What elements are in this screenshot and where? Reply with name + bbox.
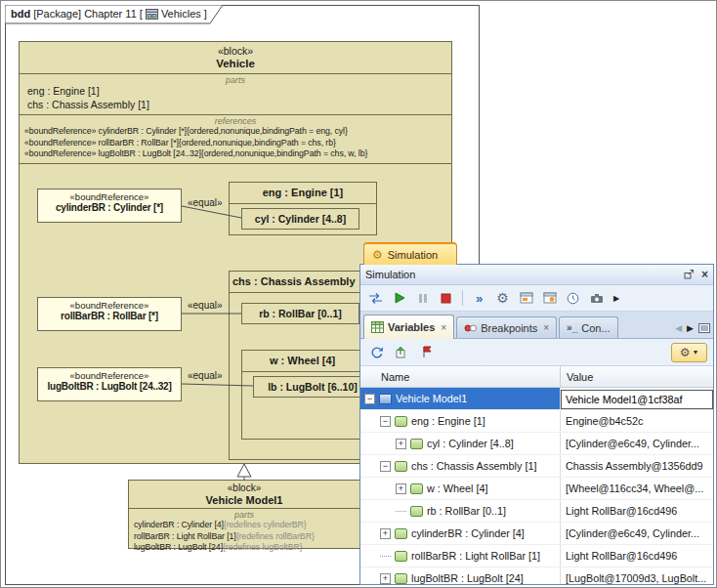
clock-icon[interactable]	[563, 288, 583, 308]
row-name: eng : Engine [1]	[411, 415, 485, 427]
collapse-icon[interactable]	[380, 416, 391, 427]
part-property-icon	[395, 551, 407, 562]
simulation-titlebar[interactable]: Simulation ×	[360, 265, 713, 285]
row-name: chs : Chassis Assembly [1]	[411, 460, 536, 472]
cyl-part-shape[interactable]: cyl : Cylinder [4..8]	[241, 208, 359, 230]
simulation-window-title: Simulation	[365, 269, 415, 280]
cylinderBR-bound-reference-shape[interactable]: «boundReference» cylinderBR : Cylinder […	[37, 189, 182, 223]
row-name: Vehicle Model1	[396, 393, 467, 404]
part-property-icon	[395, 528, 407, 539]
row-name-cell[interactable]: eng : Engine [1]	[360, 410, 561, 432]
row-value-cell[interactable]: Light RollBar@16cd496	[561, 545, 713, 567]
tab-breakpoints[interactable]: Breakpoints ×	[456, 316, 557, 338]
row-value-cell[interactable]: [Cylinder@e6c49, Cylinder...	[561, 523, 713, 544]
column-header-name[interactable]: Name	[360, 366, 561, 387]
row-name: lugBoltBR : LugBolt [24]	[411, 572, 524, 584]
row-value-cell[interactable]: Chassis Assembly@1356dd9	[561, 455, 713, 477]
row-name-cell[interactable]: cylinderBR : Cylinder [4]	[360, 523, 561, 544]
table-row-cylinderBR[interactable]: cylinderBR : Cylinder [4] [Cylinder@e6c4…	[360, 523, 713, 545]
stop-icon[interactable]	[436, 288, 456, 308]
table-row-w[interactable]: w : Wheel [4] [Wheel@116cc34, Wheel@...	[360, 478, 713, 500]
charts-panel-icon[interactable]	[539, 288, 560, 308]
lb-part-shape[interactable]: lb : LugBolt [6..10]	[253, 376, 372, 398]
row-value-cell[interactable]: Engine@b4c52c	[561, 410, 713, 432]
close-tab-icon[interactable]: ×	[543, 322, 549, 333]
references-compartment-label: references	[20, 115, 451, 126]
ui-panels-icon[interactable]	[516, 288, 536, 308]
vehicle-part-chs: chs : Chassis Assembly [1]	[20, 99, 451, 112]
row-value-cell[interactable]: Light RollBar@16cd496	[561, 500, 713, 522]
table-row-cyl[interactable]: cyl : Cylinder [4..8] [Cylinder@e6c49, C…	[360, 433, 713, 455]
collapse-icon[interactable]	[380, 461, 391, 472]
row-value-cell[interactable]: [Cylinder@e6c49, Cylinder...	[561, 433, 713, 454]
table-settings-button[interactable]: ⚙ ▼	[671, 343, 707, 362]
variables-toolbar: ⚙ ▼	[360, 339, 713, 366]
row-name: w : Wheel [4]	[427, 483, 487, 494]
table-row-rollBarBR[interactable]: rollBarBR : Light RollBar [1] Light Roll…	[360, 545, 713, 567]
equal-connector-label: «equal»	[188, 300, 223, 311]
tab-list-icon[interactable]	[698, 323, 710, 333]
vehicle-model1-block[interactable]: «block» Vehicle Model1 parts cylinderBR …	[128, 480, 360, 549]
expand-icon[interactable]	[380, 573, 391, 584]
table-row-chs[interactable]: chs : Chassis Assembly [1] Chassis Assem…	[360, 455, 713, 478]
table-row-vehicle-model1[interactable]: Vehicle Model1 Vehicle Model1@1cf38af	[360, 388, 713, 410]
run-icon[interactable]	[389, 288, 409, 308]
expand-icon[interactable]	[396, 483, 406, 494]
vehicle-stereotype: «block»	[20, 42, 451, 57]
row-value-cell[interactable]: Vehicle Model1@1cf38af	[561, 388, 713, 409]
bound-reference-stereotype: «boundReference»	[38, 298, 181, 311]
scroll-tabs-right-icon[interactable]: ▶	[687, 323, 694, 333]
row-value-cell[interactable]: [Wheel@116cc34, Wheel@...	[561, 478, 713, 499]
row-name-cell[interactable]: rollBarBR : Light RollBar [1]	[360, 545, 561, 567]
row-name: rb : RollBar [0..1]	[427, 505, 506, 517]
table-row-lugBoltBR[interactable]: lugBoltBR : LugBolt [24] [LugBolt@17009d…	[360, 567, 713, 584]
scroll-tabs-left-icon[interactable]: ◀	[675, 323, 682, 333]
value-editor[interactable]: Vehicle Model1@1cf38af	[561, 390, 713, 409]
bound-reference-stereotype: «boundReference»	[38, 189, 181, 202]
row-name-cell[interactable]: Vehicle Model1	[360, 388, 561, 409]
diagram-context-label: [Package] Chapter 11 [	[33, 8, 143, 20]
tab-console[interactable]: »_ Con...	[559, 316, 617, 338]
expand-icon[interactable]	[396, 439, 406, 449]
application-canvas: bdd [Package] Chapter 11 [ Vehicles ] «b…	[0, 0, 717, 588]
simulation-dock-tab[interactable]: ⚙ Simulation	[363, 242, 457, 265]
row-name-cell[interactable]: chs : Chassis Assembly [1]	[360, 455, 561, 477]
column-header-value[interactable]: Value	[561, 366, 713, 387]
pause-icon[interactable]	[412, 288, 433, 308]
vehicle-references-compartment: references «boundReference» cylinderBR :…	[20, 114, 451, 163]
table-row-eng[interactable]: eng : Engine [1] Engine@b4c52c	[360, 410, 713, 433]
expand-icon[interactable]	[380, 528, 391, 539]
close-panel-icon[interactable]: ×	[701, 270, 708, 279]
rb-part-shape[interactable]: rb : RollBar [0..1]	[241, 303, 359, 324]
part-modifier: {redefines rollBarBR}	[236, 531, 315, 541]
part-property-icon	[395, 416, 407, 427]
row-name-cell[interactable]: rb : RollBar [0..1]	[360, 500, 561, 522]
lugBoltBR-bound-reference-shape[interactable]: «boundReference» lugBoltBR : LugBolt [24…	[37, 367, 182, 401]
float-window-icon[interactable]	[684, 270, 695, 279]
watch-flag-icon[interactable]	[417, 343, 438, 362]
collapse-icon[interactable]	[364, 394, 375, 404]
animation-swap-icon[interactable]	[365, 288, 386, 308]
row-name-cell[interactable]: lugBoltBR : LugBolt [24]	[360, 567, 561, 584]
options-gear-icon[interactable]: ⚙	[492, 288, 513, 308]
toolbar-separator	[462, 290, 463, 306]
row-name-cell[interactable]: w : Wheel [4]	[360, 478, 561, 499]
row-name-cell[interactable]: cyl : Cylinder [4..8]	[360, 433, 561, 454]
part-modifier: {redefines lugBoltBR}	[223, 542, 303, 552]
close-tab-icon[interactable]: ×	[441, 322, 446, 333]
caret-down-icon: ▼	[692, 349, 698, 356]
toolbar-overflow-icon[interactable]: ▶	[613, 294, 619, 303]
refresh-icon[interactable]	[366, 343, 387, 362]
snapshot-camera-icon[interactable]	[586, 288, 607, 308]
rollBarBR-bound-reference-shape[interactable]: «boundReference» rollBarBR : RollBar [*]	[37, 297, 182, 331]
diagram-frame-header[interactable]: bdd [Package] Chapter 11 [ Vehicles ]	[5, 5, 224, 24]
table-row-rb[interactable]: rb : RollBar [0..1] Light RollBar@16cd49…	[360, 500, 713, 523]
simulation-tabstrip: Variables × Breakpoints × »_ Con... ◀ ▶	[360, 312, 713, 339]
vm1-part-rollBarBR: rollBarBR : Light RollBar [1]{redefines …	[129, 531, 359, 543]
tab-variables[interactable]: Variables ×	[363, 315, 454, 339]
row-value-cell[interactable]: [LugBolt@17009d3, LugBolt...	[561, 567, 713, 584]
eng-part-title: eng : Engine [1]	[230, 183, 376, 204]
step-icon[interactable]: »	[469, 288, 489, 308]
export-icon[interactable]	[392, 343, 412, 362]
part-property-icon	[410, 483, 423, 494]
